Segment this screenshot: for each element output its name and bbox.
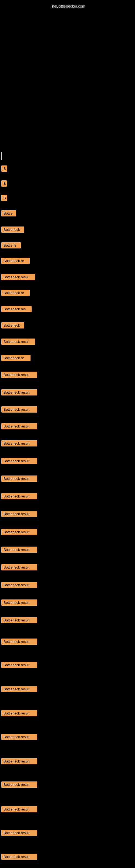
bottleneck-result-item[interactable]: Bottleneck resul xyxy=(1,274,35,280)
bottleneck-result-item[interactable]: Bottleneck result xyxy=(1,564,37,570)
bottleneck-result-item[interactable]: Bottleneck result xyxy=(1,582,37,588)
bottleneck-result-item[interactable]: Bottleneck result xyxy=(1,493,37,499)
bottleneck-result-item[interactable]: Bottleneck result xyxy=(1,781,37,788)
bottleneck-result-item[interactable]: Bottleneck result xyxy=(1,806,37,812)
bottleneck-result-item[interactable]: Bottleneck xyxy=(1,226,24,233)
bottleneck-result-item[interactable]: Bottleneck result xyxy=(1,639,37,645)
bottleneck-result-item[interactable]: Bottleneck result xyxy=(1,734,37,740)
bottleneck-result-item[interactable]: Bottlene xyxy=(1,242,21,248)
bottleneck-result-item[interactable]: Bottleneck result xyxy=(1,406,37,412)
bottleneck-result-item[interactable]: Bottleneck result xyxy=(1,389,37,396)
bottleneck-result-item[interactable]: Bottleneck result xyxy=(1,599,37,606)
cursor-indicator xyxy=(1,152,2,160)
bottleneck-result-item[interactable]: Bottle xyxy=(1,210,16,216)
bottleneck-result-item[interactable]: Bottleneck res xyxy=(1,306,32,312)
bottleneck-result-item[interactable]: Bottleneck result xyxy=(1,617,37,623)
bottleneck-result-item[interactable]: Bottleneck result xyxy=(1,662,37,668)
bottleneck-result-item[interactable]: Bottleneck result xyxy=(1,511,37,517)
bottleneck-result-item[interactable]: Bottleneck result xyxy=(1,686,37,692)
bottleneck-result-item[interactable]: Bottleneck result xyxy=(1,547,37,553)
bottleneck-result-item[interactable]: Bottleneck result xyxy=(1,830,37,836)
bottleneck-result-item[interactable]: B xyxy=(1,165,7,172)
bottleneck-result-item[interactable]: Bottleneck re xyxy=(1,355,31,361)
site-title: TheBottlenecker.com xyxy=(0,1,135,10)
bottleneck-result-item[interactable]: Bottleneck result xyxy=(1,854,37,860)
bottleneck-result-item[interactable]: Bottleneck re xyxy=(1,258,30,264)
bottleneck-result-item[interactable]: B xyxy=(1,180,7,187)
bottleneck-result-item[interactable]: Bottleneck result xyxy=(1,440,37,446)
bottleneck-result-item[interactable]: Bottleneck result xyxy=(1,423,37,429)
bottleneck-result-item[interactable]: Bottleneck re xyxy=(1,290,30,296)
bottleneck-result-item[interactable]: Bottleneck xyxy=(1,322,24,329)
bottleneck-result-item[interactable]: Bottleneck result xyxy=(1,758,37,764)
bottleneck-result-item[interactable]: Bottleneck result xyxy=(1,458,37,464)
bottleneck-result-item[interactable]: Bottleneck result xyxy=(1,372,37,378)
bottleneck-result-item[interactable]: Bottleneck result xyxy=(1,710,37,716)
bottleneck-result-item[interactable]: Bottleneck resul xyxy=(1,339,35,345)
bottleneck-result-item[interactable]: Bottleneck result xyxy=(1,529,37,535)
bottleneck-result-item[interactable]: Bottleneck result xyxy=(1,475,37,482)
bottleneck-result-item[interactable]: B xyxy=(1,195,7,201)
